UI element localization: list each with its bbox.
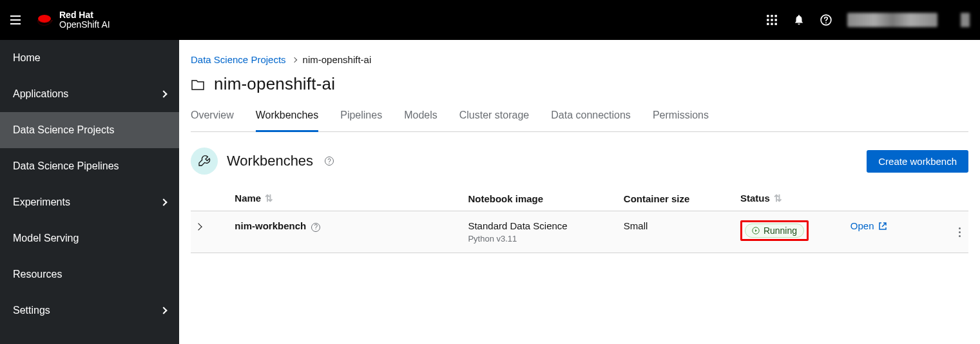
- sidebar-item-label: Data Science Pipelines: [13, 160, 119, 172]
- menu-toggle-icon[interactable]: [10, 12, 26, 28]
- sidebar-item-label: Home: [13, 52, 41, 64]
- svg-rect-8: [771, 23, 773, 25]
- breadcrumb-current: nim-openshift-ai: [303, 54, 372, 65]
- page-title-row: nim-openshift-ai: [191, 74, 968, 94]
- brand-line1: Red Hat: [59, 10, 110, 20]
- running-icon: [752, 227, 760, 234]
- col-header-label: Notebook image: [468, 193, 543, 204]
- svg-rect-2: [771, 15, 773, 17]
- external-link-icon: [878, 222, 887, 231]
- status-highlight: Running: [740, 220, 809, 241]
- sort-icon: ⇅: [265, 193, 273, 204]
- tab-cluster-storage[interactable]: Cluster storage: [459, 110, 530, 132]
- sidebar-item-settings[interactable]: Settings: [0, 292, 179, 329]
- chevron-right-icon: [160, 90, 167, 97]
- tab-overview[interactable]: Overview: [191, 110, 234, 132]
- svg-point-0: [38, 15, 51, 23]
- tabs: Overview Workbenches Pipelines Models Cl…: [191, 110, 968, 132]
- workbench-name: nim-workbench: [235, 220, 306, 231]
- top-bar: Red Hat OpenShift AI: [0, 0, 980, 40]
- svg-rect-5: [771, 19, 773, 21]
- tab-models[interactable]: Models: [404, 110, 437, 132]
- svg-point-11: [825, 23, 827, 24]
- sidebar-item-label: Model Serving: [13, 233, 79, 244]
- sidebar-item-applications[interactable]: Applications: [0, 76, 179, 112]
- tab-data-connections[interactable]: Data connections: [551, 110, 631, 132]
- svg-rect-1: [767, 15, 769, 17]
- col-container-size: Container size: [619, 186, 735, 211]
- sidebar-item-data-science-pipelines[interactable]: Data Science Pipelines: [0, 148, 179, 184]
- expand-row-toggle[interactable]: [195, 223, 202, 230]
- page-title: nim-openshift-ai: [214, 74, 335, 94]
- notebook-image-name: Standard Data Science: [468, 220, 613, 231]
- notebook-image-sub: Python v3.11: [468, 234, 613, 244]
- project-icon: [191, 78, 205, 91]
- col-header-label: Status: [740, 193, 770, 204]
- sidebar-item-experiments[interactable]: Experiments: [0, 184, 179, 220]
- sidebar-item-home[interactable]: Home: [0, 40, 179, 76]
- sort-icon: ⇅: [774, 193, 782, 204]
- tab-workbenches[interactable]: Workbenches: [256, 110, 319, 132]
- main-content: Data Science Projects nim-openshift-ai n…: [179, 40, 980, 344]
- svg-marker-13: [755, 229, 757, 232]
- sidebar: Home Applications Data Science Projects …: [0, 40, 179, 344]
- create-workbench-button[interactable]: Create workbench: [867, 150, 968, 173]
- col-notebook-image: Notebook image: [463, 186, 618, 211]
- workbenches-table: Name⇅ Notebook image Container size Stat…: [191, 186, 968, 253]
- sidebar-item-label: Settings: [13, 305, 50, 316]
- tab-permissions[interactable]: Permissions: [653, 110, 709, 132]
- brand-line2: OpenShift AI: [59, 20, 110, 30]
- svg-rect-6: [775, 19, 777, 21]
- sidebar-item-label: Resources: [13, 269, 62, 280]
- tab-pipelines[interactable]: Pipelines: [340, 110, 382, 132]
- chevron-right-icon: [291, 57, 296, 62]
- sidebar-item-label: Applications: [13, 88, 68, 100]
- row-actions-kebab[interactable]: [956, 225, 963, 240]
- col-header-label: Container size: [624, 193, 690, 204]
- status-pill: Running: [745, 224, 804, 238]
- section-head: Workbenches ? Create workbench: [191, 148, 968, 175]
- bell-icon[interactable]: [793, 14, 805, 26]
- table-row: nim-workbench ? Standard Data Science Py…: [191, 211, 968, 253]
- svg-rect-9: [775, 23, 777, 25]
- app-launcher-icon[interactable]: [766, 14, 778, 26]
- help-icon[interactable]: [820, 14, 832, 26]
- redhat-fedora-icon: [36, 13, 54, 27]
- chevron-right-icon: [160, 198, 167, 205]
- sidebar-item-model-serving[interactable]: Model Serving: [0, 220, 179, 256]
- brand-logo[interactable]: Red Hat OpenShift AI: [36, 10, 110, 30]
- col-name[interactable]: Name⇅: [229, 186, 463, 211]
- status-text: Running: [764, 225, 797, 236]
- sidebar-item-label: Experiments: [13, 196, 70, 208]
- container-size: Small: [619, 211, 735, 253]
- user-menu-caret[interactable]: [961, 13, 970, 27]
- svg-rect-4: [767, 19, 769, 21]
- svg-rect-7: [767, 23, 769, 25]
- sidebar-item-data-science-projects[interactable]: Data Science Projects: [0, 112, 179, 148]
- wrench-badge-icon: [191, 148, 218, 175]
- open-workbench-link[interactable]: Open: [850, 220, 887, 231]
- svg-rect-3: [775, 15, 777, 17]
- sidebar-item-resources[interactable]: Resources: [0, 256, 179, 292]
- chevron-right-icon: [160, 307, 167, 314]
- sidebar-item-label: Data Science Projects: [13, 124, 114, 136]
- breadcrumb: Data Science Projects nim-openshift-ai: [191, 54, 968, 65]
- info-icon[interactable]: ?: [311, 223, 320, 232]
- col-status[interactable]: Status⇅: [735, 186, 845, 211]
- user-menu[interactable]: [847, 13, 937, 27]
- open-link-label: Open: [850, 220, 874, 231]
- col-header-label: Name: [235, 193, 261, 204]
- section-title: Workbenches: [227, 153, 313, 169]
- help-icon[interactable]: ?: [325, 157, 334, 166]
- breadcrumb-root-link[interactable]: Data Science Projects: [191, 54, 286, 65]
